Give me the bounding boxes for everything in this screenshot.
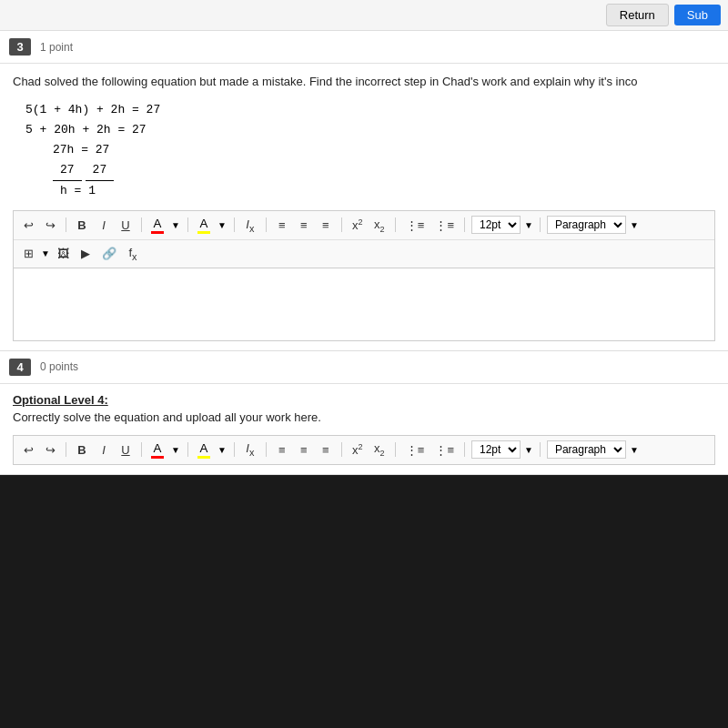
return-button[interactable]: Return — [606, 4, 669, 26]
optional-label: Optional Level 4: — [13, 393, 715, 407]
undo-button-3[interactable]: ↩ — [19, 217, 37, 234]
top-bar: Return Sub — [0, 0, 728, 31]
underline-button-3[interactable]: U — [116, 217, 135, 234]
font-color-button-3[interactable]: A — [148, 215, 167, 236]
paragraph-select-3[interactable]: Paragraph — [547, 216, 626, 234]
font-size-select-3[interactable]: 12pt — [471, 216, 521, 234]
question-3-block: 3 1 point Chad solved the following equa… — [0, 31, 728, 351]
separator-3-2 — [141, 217, 142, 232]
redo-button-3[interactable]: ↪ — [41, 217, 59, 234]
paragraph-select-4[interactable]: Paragraph — [547, 440, 626, 459]
formula-button-3[interactable]: fx — [124, 244, 142, 264]
separator-4-9 — [540, 442, 541, 457]
redo-button-4[interactable]: ↪ — [41, 441, 59, 459]
submit-button[interactable]: Sub — [674, 5, 721, 25]
math-line-5: h = 1 — [60, 181, 96, 201]
separator-3-7 — [395, 217, 396, 232]
superscript-button-3[interactable]: x2 — [349, 216, 367, 234]
toolbar-3-row-2: ⊞ ▼ 🖼 ▶ 🔗 fx — [14, 240, 714, 268]
undo-button-4[interactable]: ↩ — [19, 441, 37, 459]
separator-4-7 — [395, 442, 396, 457]
separator-4-5 — [266, 442, 267, 457]
clear-format-button-3[interactable]: Ix — [241, 216, 259, 236]
separator-4-6 — [341, 442, 342, 457]
superscript-button-4[interactable]: x2 — [349, 440, 367, 459]
bold-button-4[interactable]: B — [73, 441, 91, 459]
main-content: 3 1 point Chad solved the following equa… — [0, 31, 728, 475]
dark-footer — [0, 475, 728, 584]
font-color-button-4[interactable]: A — [148, 440, 167, 460]
separator-4-4 — [234, 442, 235, 457]
question-4-body: Optional Level 4: Correctly solve the eq… — [0, 384, 728, 474]
subscript-button-4[interactable]: x2 — [370, 440, 389, 460]
bold-button-3[interactable]: B — [73, 217, 91, 234]
question-4-toolbar: ↩ ↪ B I U A ▼ A — [13, 435, 715, 465]
math-work: 5(1 + 4h) + 2h = 27 5 + 20h + 2h = 27 27… — [25, 100, 715, 201]
toolbar-3-row-1: ↩ ↪ B I U A ▼ A — [14, 211, 714, 240]
italic-button-3[interactable]: I — [95, 217, 113, 234]
separator-4-3 — [187, 442, 188, 457]
highlight-color-bar-3 — [197, 231, 210, 234]
math-line-1: 5(1 + 4h) + 2h = 27 — [25, 100, 715, 120]
separator-3-4 — [234, 217, 235, 232]
toolbar-4-row-1: ↩ ↪ B I U A ▼ A — [14, 436, 714, 464]
list-number-button-4[interactable]: ⋮≡ — [431, 441, 458, 459]
question-4-subtext: Correctly solve the equation and upload … — [13, 410, 715, 424]
subscript-button-3[interactable]: x2 — [370, 216, 389, 236]
math-line-3: 27h = 27 — [53, 140, 109, 160]
separator-4-1 — [66, 442, 66, 457]
separator-3-8 — [464, 217, 465, 232]
highlight-color-button-4[interactable]: A — [195, 440, 213, 460]
math-line-2: 5 + 20h + 2h = 27 — [25, 120, 715, 140]
font-color-bar-3 — [151, 231, 164, 234]
italic-button-4[interactable]: I — [95, 441, 113, 459]
separator-3-6 — [341, 217, 342, 232]
math-fraction-divider: 27 27 — [53, 160, 114, 181]
question-4-header: 4 0 points — [0, 351, 728, 384]
question-3-header: 3 1 point — [0, 31, 728, 64]
question-4-number: 4 — [9, 359, 31, 376]
align-center-button-4[interactable]: ≡ — [295, 441, 313, 459]
highlight-color-bar-4 — [197, 456, 210, 459]
question-4-points: 0 points — [40, 360, 78, 373]
list-bullet-button-4[interactable]: ⋮≡ — [402, 441, 429, 459]
table-button-3[interactable]: ⊞ — [19, 245, 37, 262]
align-left-button-4[interactable]: ≡ — [273, 441, 291, 459]
underline-button-4[interactable]: U — [116, 441, 135, 459]
separator-3-9 — [540, 217, 541, 232]
question-3-text: Chad solved the following equation but m… — [13, 73, 715, 91]
separator-3-3 — [187, 217, 188, 232]
link-button-3[interactable]: 🔗 — [98, 245, 120, 262]
question-3-body: Chad solved the following equation but m… — [0, 64, 728, 350]
question-4-block: 4 0 points Optional Level 4: Correctly s… — [0, 351, 728, 475]
media-button-3[interactable]: ▶ — [76, 245, 95, 262]
separator-4-8 — [464, 442, 465, 457]
question-3-number: 3 — [9, 38, 31, 56]
separator-4-2 — [141, 442, 142, 457]
align-right-button-3[interactable]: ≡ — [317, 217, 335, 234]
question-3-toolbar: ↩ ↪ B I U A ▼ A — [13, 210, 715, 268]
align-left-button-3[interactable]: ≡ — [273, 217, 291, 234]
clear-format-button-4[interactable]: Ix — [241, 440, 259, 460]
font-size-select-4[interactable]: 12pt — [471, 440, 521, 459]
align-center-button-3[interactable]: ≡ — [295, 217, 313, 234]
image-button-3[interactable]: 🖼 — [54, 245, 73, 262]
separator-3-1 — [66, 217, 66, 232]
list-bullet-button-3[interactable]: ⋮≡ — [402, 217, 429, 234]
align-right-button-4[interactable]: ≡ — [317, 441, 335, 459]
question-3-points: 1 point — [40, 41, 73, 54]
separator-3-5 — [266, 217, 267, 232]
font-color-bar-4 — [151, 456, 164, 459]
question-3-editor[interactable] — [13, 268, 715, 341]
highlight-color-button-3[interactable]: A — [195, 215, 213, 236]
list-number-button-3[interactable]: ⋮≡ — [431, 217, 458, 234]
